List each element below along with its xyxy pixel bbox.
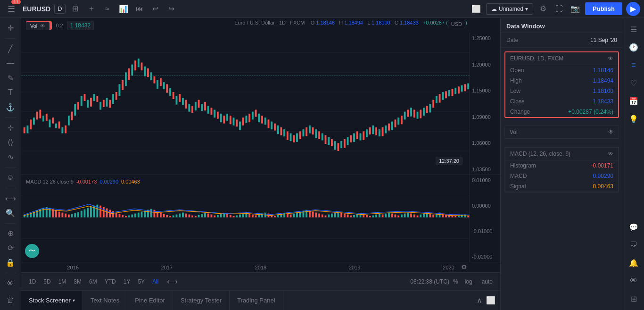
svg-rect-91 bbox=[293, 135, 295, 142]
tf-all[interactable]: All bbox=[149, 277, 161, 286]
chat-icon[interactable]: 💬 bbox=[626, 219, 641, 235]
menu-icon[interactable]: ☰ bbox=[4, 1, 19, 17]
layout-icon[interactable]: ⬜ bbox=[470, 3, 482, 15]
sync-icon[interactable]: ⟳ bbox=[3, 242, 18, 254]
dw-eye-icon[interactable]: 👁 bbox=[608, 55, 613, 62]
tf-5d[interactable]: 5D bbox=[41, 277, 53, 286]
play-button[interactable]: ▶ bbox=[626, 2, 640, 16]
crosshair-icon[interactable]: ✛ bbox=[3, 22, 18, 34]
zoom-icon[interactable]: 🔍 bbox=[3, 207, 18, 219]
eye-icon[interactable]: 👁 bbox=[3, 277, 18, 290]
redo-icon[interactable]: ↪ bbox=[165, 3, 178, 15]
svg-rect-189 bbox=[147, 210, 149, 218]
indicator-chart[interactable]: MACD 12 26 close 9 -0.00173 0.00290 0.00… bbox=[21, 175, 500, 262]
svg-rect-262 bbox=[379, 214, 380, 218]
tf-1m[interactable]: 1M bbox=[56, 277, 69, 286]
horizontal-line-icon[interactable]: — bbox=[3, 57, 18, 70]
timeframe-label[interactable]: D bbox=[54, 4, 65, 14]
hamburger-icon[interactable]: ☰ bbox=[626, 22, 641, 37]
pattern-icon[interactable]: ⊹ bbox=[3, 121, 18, 134]
svg-rect-127 bbox=[407, 110, 409, 117]
publish-button[interactable]: Publish bbox=[585, 2, 622, 15]
svg-rect-62 bbox=[201, 104, 203, 111]
tab-strategy-tester[interactable]: Strategy Tester bbox=[173, 291, 230, 310]
tab-stock-screener[interactable]: Stock Screener ▾ bbox=[21, 291, 83, 310]
comment-icon[interactable]: 🗨 bbox=[626, 237, 641, 252]
grid-icon[interactable]: ⊞ bbox=[626, 291, 641, 306]
svg-rect-48 bbox=[157, 80, 158, 89]
svg-rect-144 bbox=[461, 85, 463, 92]
pulse-icon[interactable]: ♡ bbox=[626, 75, 641, 91]
vol-eye-icon[interactable]: 👁 bbox=[40, 23, 45, 29]
dw-change-row: Change +0.00287 (0.24%) bbox=[505, 107, 618, 117]
tf-3m[interactable]: 3M bbox=[71, 277, 84, 286]
emoji-icon[interactable]: ☺ bbox=[3, 171, 18, 184]
svg-rect-252 bbox=[347, 215, 349, 218]
svg-rect-37 bbox=[122, 80, 124, 90]
measure-icon[interactable]: ⟷ bbox=[3, 192, 18, 205]
panel-minimize-icon[interactable]: ∧ bbox=[477, 296, 482, 305]
brush-icon[interactable]: ✎ bbox=[3, 72, 18, 84]
text-icon[interactable]: T bbox=[3, 86, 18, 99]
lock-icon[interactable]: 🔒 bbox=[3, 256, 18, 269]
svg-rect-179 bbox=[116, 213, 117, 218]
trend-line-icon[interactable]: ╱ bbox=[3, 42, 18, 55]
tab-trading-panel[interactable]: Trading Panel bbox=[230, 291, 283, 310]
log-button[interactable]: log bbox=[462, 277, 475, 286]
eye-watch-icon[interactable]: 👁 bbox=[626, 273, 641, 288]
bell-icon[interactable]: 🔔 bbox=[626, 255, 641, 270]
x-label-2017: 2017 bbox=[161, 265, 173, 270]
camera-icon[interactable]: 📷 bbox=[569, 3, 581, 15]
tab-text-notes[interactable]: Text Notes bbox=[83, 291, 127, 310]
dw-vol-eye-icon[interactable]: 👁 bbox=[608, 129, 614, 135]
svg-rect-211 bbox=[217, 215, 219, 218]
tf-1y[interactable]: 1Y bbox=[121, 277, 133, 286]
prediction-icon[interactable]: ⟨⟩ bbox=[3, 136, 18, 149]
fullscreen-icon[interactable]: ⛶ bbox=[553, 3, 565, 15]
tab-pine-editor[interactable]: Pine Editor bbox=[127, 291, 173, 310]
add-indicator-icon[interactable]: ＋ bbox=[85, 3, 98, 15]
svg-rect-33 bbox=[109, 100, 111, 108]
svg-rect-32 bbox=[106, 98, 108, 107]
trash-icon[interactable]: 🗑 bbox=[3, 293, 18, 306]
magnet-icon[interactable]: ⊕ bbox=[3, 227, 18, 240]
fibonacci-icon[interactable]: ∿ bbox=[3, 151, 18, 163]
svg-rect-133 bbox=[426, 106, 428, 113]
chart-type-icon[interactable]: 📊 bbox=[117, 3, 130, 15]
compare-icon-bottom[interactable]: ⟷ bbox=[167, 277, 178, 286]
settings-icon[interactable]: ⚙ bbox=[537, 3, 549, 15]
tf-6m[interactable]: 6M bbox=[86, 277, 100, 286]
candlestick-chart-svg bbox=[21, 33, 470, 175]
tf-ytd[interactable]: YTD bbox=[102, 277, 119, 286]
svg-rect-41 bbox=[134, 60, 136, 70]
svg-rect-80 bbox=[258, 114, 260, 122]
main-chart[interactable]: 1.18433 12:37:20 1.25000 1.20000 1.15000… bbox=[21, 33, 500, 175]
right-panel: ☰ 🕐 ≡ ♡ 📅 💡 💬 🗨 🔔 👁 ⊞ bbox=[623, 18, 644, 310]
indicator-bars-icon[interactable]: ⊞ bbox=[69, 3, 82, 15]
tf-1d[interactable]: 1D bbox=[26, 277, 39, 286]
wave-icon[interactable]: 〜 bbox=[25, 244, 39, 258]
undo-icon[interactable]: ↩ bbox=[149, 3, 162, 15]
panel-maximize-icon[interactable]: ⬜ bbox=[486, 296, 495, 305]
left-toolbar: ✛ ╱ — ✎ T ⚓ ⊹ ⟨⟩ ∿ ☺ ⟷ 🔍 ⊕ ⟳ 🔒 👁 🗑 bbox=[0, 18, 21, 310]
tf-5y[interactable]: 5Y bbox=[135, 277, 148, 286]
list-icon[interactable]: ≡ bbox=[626, 58, 641, 73]
svg-rect-177 bbox=[109, 210, 111, 218]
calendar-icon[interactable]: 📅 bbox=[626, 93, 641, 109]
settings-cog-icon[interactable]: ⚙ bbox=[461, 263, 467, 271]
compare-icon[interactable]: ≈ bbox=[101, 3, 114, 15]
clock-icon[interactable]: 🕐 bbox=[626, 40, 641, 55]
anchored-icon[interactable]: ⚓ bbox=[3, 101, 18, 114]
chart-name-button[interactable]: ☁ Unnamed ▾ bbox=[486, 3, 533, 15]
lightbulb-icon[interactable]: 💡 bbox=[626, 111, 641, 126]
price-level-3: 1.15000 bbox=[472, 88, 498, 93]
svg-rect-251 bbox=[344, 214, 346, 218]
replay-icon[interactable]: ⏮ bbox=[133, 3, 146, 15]
svg-rect-71 bbox=[230, 116, 231, 124]
svg-rect-253 bbox=[350, 216, 352, 218]
auto-button[interactable]: auto bbox=[479, 277, 495, 286]
svg-rect-120 bbox=[385, 126, 387, 134]
dw-macd-eye-icon[interactable]: 👁 bbox=[608, 151, 613, 157]
svg-rect-45 bbox=[147, 68, 149, 77]
svg-rect-173 bbox=[96, 205, 98, 218]
